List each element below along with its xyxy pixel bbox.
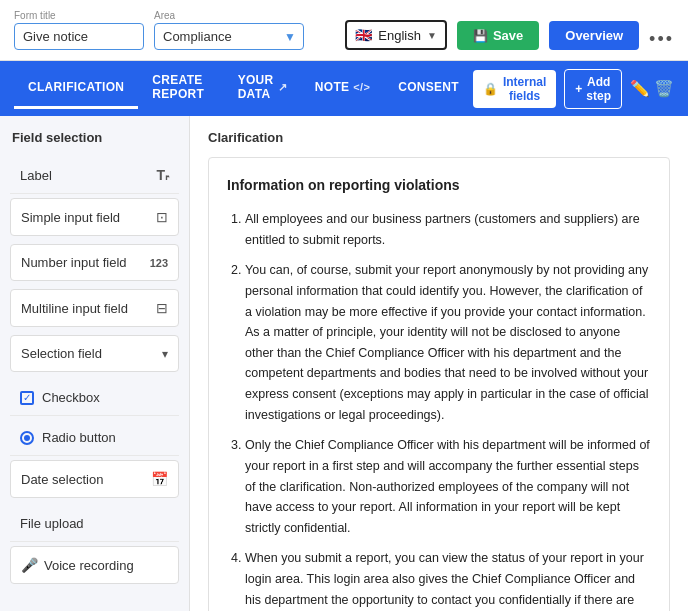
date-selection-label: Date selection bbox=[21, 472, 103, 487]
header: Form title Area Compliance HR Finance Le… bbox=[0, 0, 688, 61]
simple-input-label: Simple input field bbox=[21, 210, 120, 225]
microphone-icon: 🎤 bbox=[21, 557, 38, 573]
clarification-list: All employees and our business partners … bbox=[227, 209, 651, 611]
simple-input-item[interactable]: Simple input field ⊡ bbox=[10, 198, 179, 236]
radio-item[interactable]: Radio button bbox=[10, 420, 179, 456]
field-panel-title: Field selection bbox=[10, 130, 179, 145]
save-icon: 💾 bbox=[473, 29, 488, 43]
clarification-para-2: You can, of course, submit your report a… bbox=[245, 260, 651, 425]
multiline-input-label: Multiline input field bbox=[21, 301, 128, 316]
tab-consent[interactable]: CONSENT bbox=[384, 68, 473, 109]
plus-icon: + bbox=[575, 82, 582, 96]
input-icon: ⊡ bbox=[156, 209, 168, 225]
field-panel: Field selection Label Tᵣ Simple input fi… bbox=[0, 116, 190, 611]
add-step-button[interactable]: + Add step bbox=[564, 69, 622, 109]
clarification-para-3: Only the Chief Compliance Officer with h… bbox=[245, 435, 651, 538]
number-icon: 123 bbox=[150, 257, 168, 269]
tab-note[interactable]: NOTE </> bbox=[301, 68, 384, 109]
internal-fields-label: Internal fields bbox=[503, 75, 546, 103]
multiline-input-item[interactable]: Multiline input field ⊟ bbox=[10, 289, 179, 327]
language-select-wrap[interactable]: 🇬🇧 English ▼ bbox=[345, 20, 447, 50]
main-content: Field selection Label Tᵣ Simple input fi… bbox=[0, 116, 688, 611]
voice-recording-label: Voice recording bbox=[44, 558, 134, 573]
tab-your-data[interactable]: YOUR DATA ↗ bbox=[224, 61, 301, 116]
save-label: Save bbox=[493, 28, 523, 43]
save-button[interactable]: 💾 Save bbox=[457, 21, 539, 50]
form-title-group: Form title bbox=[14, 10, 144, 50]
flag-icon: 🇬🇧 bbox=[355, 27, 372, 43]
clarification-heading: Information on reporting violations bbox=[227, 174, 651, 197]
area-select[interactable]: Compliance HR Finance Legal bbox=[154, 23, 304, 50]
number-input-label: Number input field bbox=[21, 255, 127, 270]
radio-icon bbox=[20, 431, 34, 445]
checkbox-label: Checkbox bbox=[42, 390, 100, 405]
language-text: English bbox=[378, 28, 421, 43]
form-title-input[interactable] bbox=[14, 23, 144, 50]
clarification-title: Clarification bbox=[208, 130, 670, 145]
checkbox-item[interactable]: ✓ Checkbox bbox=[10, 380, 179, 416]
add-step-label: Add step bbox=[586, 75, 611, 103]
clarification-para-1: All employees and our business partners … bbox=[245, 209, 651, 250]
file-upload-item[interactable]: File upload bbox=[10, 506, 179, 542]
lock-icon: 🔒 bbox=[483, 82, 498, 96]
area-label: Area bbox=[154, 10, 304, 21]
clarification-box: Information on reporting violations All … bbox=[208, 157, 670, 611]
area-group: Area Compliance HR Finance Legal ▼ bbox=[154, 10, 304, 50]
overview-button[interactable]: Overview bbox=[549, 21, 639, 50]
form-title-label: Form title bbox=[14, 10, 144, 21]
area-select-wrap: Compliance HR Finance Legal ▼ bbox=[154, 23, 304, 50]
date-selection-item[interactable]: Date selection 📅 bbox=[10, 460, 179, 498]
external-link-icon: ↗ bbox=[278, 81, 287, 94]
tab-clarification[interactable]: CLARIFICATION bbox=[14, 68, 138, 109]
selection-field-item[interactable]: Selection field ▾ bbox=[10, 335, 179, 372]
delete-step-button[interactable]: 🗑️ bbox=[654, 79, 674, 98]
code-icon: </> bbox=[353, 81, 370, 93]
calendar-icon: 📅 bbox=[151, 471, 168, 487]
text-format-icon: Tᵣ bbox=[156, 167, 169, 183]
nav-bar: CLARIFICATION CREATE REPORT YOUR DATA ↗ … bbox=[0, 61, 688, 116]
checkbox-icon: ✓ bbox=[20, 391, 34, 405]
internal-fields-button[interactable]: 🔒 Internal fields bbox=[473, 70, 556, 108]
field-label-item[interactable]: Label Tᵣ bbox=[10, 157, 179, 194]
label-field-text: Label bbox=[20, 168, 52, 183]
language-chevron-icon: ▼ bbox=[427, 30, 437, 41]
edit-step-button[interactable]: ✏️ bbox=[630, 79, 650, 98]
multiline-icon: ⊟ bbox=[156, 300, 168, 316]
tab-create-report[interactable]: CREATE REPORT bbox=[138, 61, 223, 116]
voice-recording-item[interactable]: 🎤 Voice recording bbox=[10, 546, 179, 584]
radio-label: Radio button bbox=[42, 430, 116, 445]
file-upload-label: File upload bbox=[20, 516, 84, 531]
selection-field-label: Selection field bbox=[21, 346, 102, 361]
more-options-button[interactable]: ••• bbox=[649, 29, 674, 50]
chevron-down-icon: ▾ bbox=[162, 347, 168, 361]
clarification-para-4: When you submit a report, you can view t… bbox=[245, 548, 651, 611]
clarification-panel: Clarification Information on reporting v… bbox=[190, 116, 688, 611]
number-input-item[interactable]: Number input field 123 bbox=[10, 244, 179, 281]
